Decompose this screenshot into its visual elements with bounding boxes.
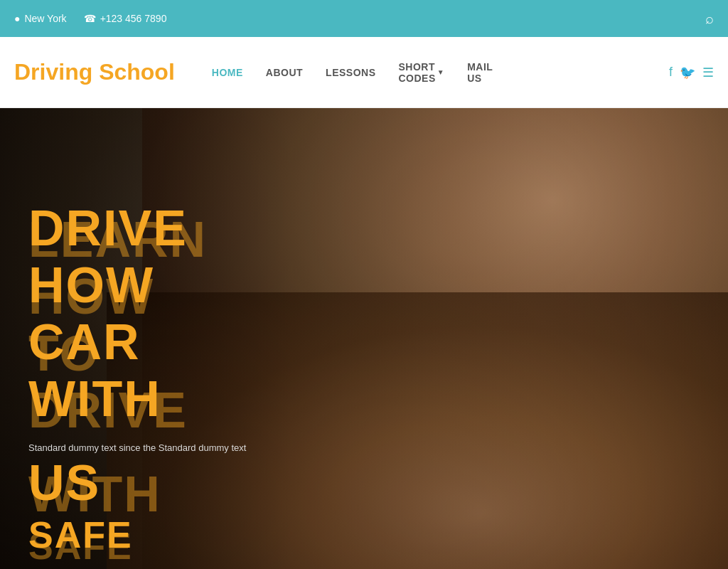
phone-icon: ☎ — [84, 13, 96, 24]
location-icon: ● — [14, 13, 20, 24]
hero-content: LEARN DRIVE HOW HOW TO CAR DRIVE W — [28, 208, 246, 569]
hero-line-1: LEARN DRIVE — [28, 208, 246, 265]
facebook-icon[interactable]: f — [669, 65, 673, 80]
top-bar: ● New York ☎ +123 456 7890 ⌕ — [0, 0, 728, 37]
nav-home[interactable]: HOME — [203, 61, 252, 84]
logo[interactable]: Driving School — [14, 59, 175, 85]
hero-subtitle-text: Standard dummy text since the Standard d… — [28, 442, 246, 453]
hero-line-3: TO CAR — [28, 321, 246, 378]
twitter-icon[interactable]: 🐦 — [680, 65, 695, 80]
location-item: ● New York — [14, 13, 67, 24]
hero-line-2: HOW HOW — [28, 265, 246, 321]
phone-item: ☎ +123 456 7890 — [84, 13, 167, 24]
nav-bar: Driving School HOME ABOUT LESSONS SHORTC… — [0, 37, 728, 108]
hero-line-5: WITH US — [28, 462, 246, 519]
hero-subtitle-1: Standard dummy text since the Standard d… — [28, 441, 246, 455]
nav-about[interactable]: ABOUT — [257, 61, 311, 84]
hero-line-6: SAFE SAFE — [28, 519, 246, 570]
nav-short-codes[interactable]: SHORTCODES ▼ — [390, 55, 453, 90]
nav-links: HOME ABOUT LESSONS SHORTCODES ▼ MAILUS — [203, 55, 669, 90]
nav-social: f 🐦 ☰ — [669, 65, 714, 80]
rss-icon[interactable]: ☰ — [702, 65, 714, 80]
short-codes-dropdown-icon: ▼ — [437, 68, 444, 76]
hero-line-4: DRIVE WITH — [28, 378, 246, 435]
nav-lessons[interactable]: LESSONS — [317, 61, 384, 84]
hero-section: LEARN DRIVE HOW HOW TO CAR DRIVE W — [0, 108, 728, 569]
nav-mail-us[interactable]: MAILUS — [459, 55, 501, 90]
search-icon[interactable]: ⌕ — [705, 11, 714, 27]
phone-text: +123 456 7890 — [100, 13, 167, 24]
hero-big-text: LEARN DRIVE HOW HOW TO CAR DRIVE W — [28, 208, 246, 569]
location-text: New York — [24, 13, 66, 24]
top-bar-left: ● New York ☎ +123 456 7890 — [14, 13, 166, 24]
